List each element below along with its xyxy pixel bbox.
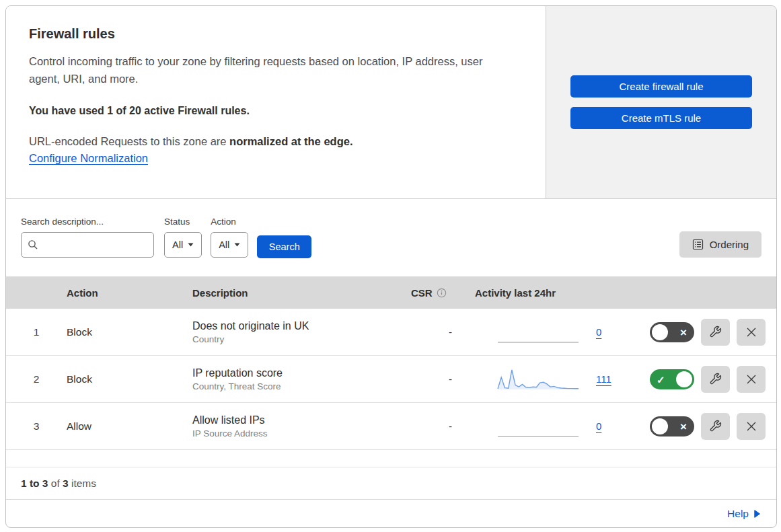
action-select[interactable]: All bbox=[211, 232, 248, 258]
rule-description: Allow listed IPs bbox=[192, 414, 403, 426]
toggle-state-icon: ✓ bbox=[657, 374, 665, 384]
x-icon bbox=[746, 421, 757, 432]
csr-column-header: CSR bbox=[403, 287, 467, 299]
toggle-knob bbox=[676, 371, 692, 387]
rule-csr-value: - bbox=[449, 326, 467, 338]
rule-description-cell: Allow listed IPs IP Source Address bbox=[184, 414, 403, 439]
normalization-text: URL-encoded Requests to this zone are no… bbox=[29, 135, 519, 148]
chevron-down-icon bbox=[188, 243, 194, 247]
item-range: 1 to 3 bbox=[21, 478, 48, 489]
of-text: of bbox=[51, 478, 60, 489]
action-group: Action All bbox=[211, 217, 248, 258]
ordering-button-label: Ordering bbox=[710, 239, 749, 250]
rule-enabled-toggle[interactable]: × bbox=[650, 416, 694, 436]
status-select[interactable]: All bbox=[164, 232, 202, 258]
rule-fields: Country bbox=[192, 334, 403, 344]
x-icon bbox=[746, 374, 757, 385]
rule-fields: IP Source Address bbox=[192, 428, 403, 439]
sparkline-chart bbox=[497, 367, 579, 391]
search-icon bbox=[28, 239, 38, 250]
rule-activity-cell: 0 bbox=[467, 414, 635, 439]
rule-priority: 2 bbox=[34, 373, 40, 385]
activity-sparkline bbox=[497, 367, 579, 391]
rule-priority: 3 bbox=[34, 420, 40, 432]
toggle-state-icon: × bbox=[680, 326, 687, 338]
firewall-rules-card: Firewall rules Control incoming traffic … bbox=[5, 5, 777, 528]
toggle-knob bbox=[652, 324, 668, 340]
create-firewall-rule-button[interactable]: Create firewall rule bbox=[570, 75, 752, 98]
edit-rule-button[interactable] bbox=[701, 366, 730, 393]
action-column-header: Action bbox=[67, 287, 184, 299]
activity-column-header: Activity last 24hr bbox=[467, 287, 635, 299]
delete-rule-button[interactable] bbox=[737, 319, 766, 346]
page-title: Firewall rules bbox=[29, 26, 519, 42]
help-link-label: Help bbox=[727, 508, 749, 520]
rule-priority: 1 bbox=[34, 326, 40, 338]
table-row: 1 Block Does not originate in UK Country… bbox=[6, 309, 776, 356]
search-input[interactable] bbox=[43, 239, 147, 250]
wrench-icon bbox=[709, 373, 722, 385]
status-selected-value: All bbox=[172, 239, 183, 250]
search-button[interactable]: Search bbox=[257, 235, 311, 258]
activity-count-link[interactable]: 0 bbox=[596, 420, 601, 432]
edit-rule-button[interactable] bbox=[701, 319, 730, 346]
table-row: 3 Allow Allow listed IPs IP Source Addre… bbox=[6, 403, 776, 450]
description-text: Control incoming traffic to your zone by… bbox=[29, 52, 503, 87]
sparkline-chart bbox=[497, 414, 579, 439]
status-group: Status All bbox=[164, 217, 202, 258]
x-icon bbox=[746, 327, 757, 338]
ordering-button[interactable]: Ordering bbox=[679, 231, 761, 258]
normalization-text-bold: normalized at the edge. bbox=[229, 135, 352, 147]
search-input-wrapper bbox=[21, 232, 154, 258]
rule-activity-cell: 0 bbox=[467, 320, 635, 344]
rule-controls: × bbox=[635, 413, 776, 440]
create-mtls-rule-button[interactable]: Create mTLS rule bbox=[570, 107, 752, 129]
activity-sparkline bbox=[497, 414, 579, 439]
chevron-down-icon bbox=[234, 243, 240, 247]
table-row: 2 Block IP reputation score Country, Thr… bbox=[6, 356, 776, 403]
toggle-knob bbox=[652, 418, 668, 434]
rule-csr-value: - bbox=[449, 420, 467, 432]
action-label: Action bbox=[211, 217, 248, 227]
rule-description-cell: Does not originate in UK Country bbox=[184, 320, 403, 344]
filter-bar: Search description... Status All Action … bbox=[6, 199, 776, 276]
rule-action: Block bbox=[67, 326, 184, 338]
search-group: Search description... bbox=[21, 217, 154, 258]
sparkline-chart bbox=[497, 320, 579, 344]
item-total: 3 bbox=[63, 478, 69, 489]
edit-rule-button[interactable] bbox=[701, 413, 730, 440]
page-background: Firewall rules Control incoming traffic … bbox=[0, 0, 781, 532]
rule-action: Block bbox=[67, 373, 184, 385]
header-content: Firewall rules Control incoming traffic … bbox=[6, 6, 546, 198]
header-section: Firewall rules Control incoming traffic … bbox=[6, 6, 776, 199]
arrow-right-icon bbox=[754, 510, 760, 518]
activity-sparkline bbox=[497, 320, 579, 344]
activity-count-link[interactable]: 111 bbox=[596, 373, 611, 385]
rule-description-cell: IP reputation score Country, Threat Scor… bbox=[184, 367, 403, 391]
info-icon[interactable] bbox=[437, 288, 447, 298]
configure-normalization-link[interactable]: Configure Normalization bbox=[29, 152, 148, 164]
wrench-icon bbox=[709, 326, 722, 338]
description-column-header: Description bbox=[184, 287, 403, 299]
table-header: Action Description CSR Activity last 24h… bbox=[6, 276, 776, 309]
search-description-label: Search description... bbox=[21, 217, 154, 227]
normalization-text-plain: URL-encoded Requests to this zone are bbox=[29, 135, 227, 147]
rule-enabled-toggle[interactable]: ✓ bbox=[650, 369, 694, 389]
rule-action: Allow bbox=[67, 420, 184, 432]
pagination-summary: 1 to 3 of 3 items bbox=[6, 467, 776, 499]
activity-count-link[interactable]: 0 bbox=[596, 326, 601, 338]
delete-rule-button[interactable] bbox=[737, 366, 766, 393]
rule-fields: Country, Threat Score bbox=[192, 381, 403, 391]
status-label: Status bbox=[164, 217, 202, 227]
rule-description: Does not originate in UK bbox=[192, 320, 403, 332]
table-bottom-spacer bbox=[6, 450, 776, 467]
help-link[interactable]: Help bbox=[727, 508, 760, 520]
rule-enabled-toggle[interactable]: × bbox=[650, 322, 694, 342]
rule-description: IP reputation score bbox=[192, 367, 403, 379]
actions-panel: Create firewall rule Create mTLS rule bbox=[546, 6, 776, 198]
delete-rule-button[interactable] bbox=[737, 413, 766, 440]
csr-column-label: CSR bbox=[411, 287, 433, 299]
ordering-icon bbox=[692, 239, 704, 250]
action-selected-value: All bbox=[219, 239, 229, 250]
rule-activity-cell: 111 bbox=[467, 367, 635, 391]
